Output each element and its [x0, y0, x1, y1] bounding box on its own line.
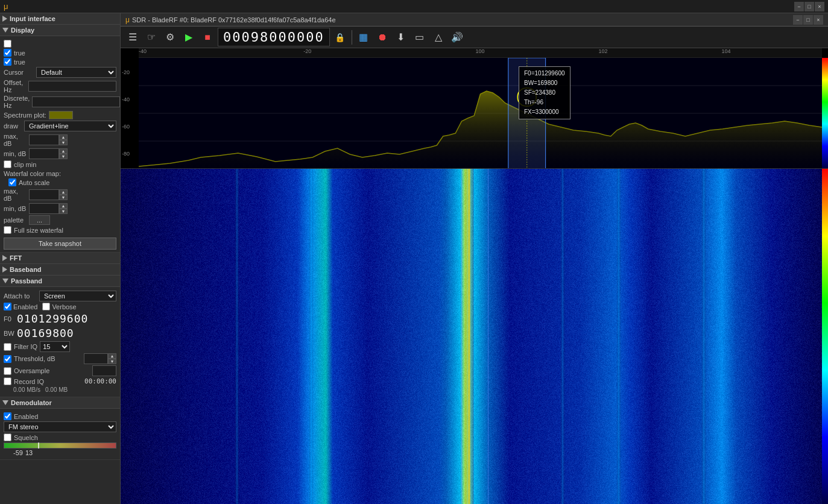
fft-section-header[interactable]: FFT — [0, 253, 120, 264]
sdr-title-bar: μ SDR - BladeRF #0: BladeRF 0x77162e38f0… — [121, 13, 828, 27]
passband-label: Passband — [11, 277, 42, 285]
squelch-unit: 13 — [25, 449, 33, 456]
display-arrow — [2, 28, 8, 33]
min-db-down[interactable]: ▼ — [59, 154, 68, 159]
filter-iq-checkbox[interactable] — [4, 343, 11, 351]
filter-iq-label: Filter IQ — [14, 343, 37, 350]
display-section-header[interactable]: Display — [0, 25, 120, 36]
passband-f0-value: 0101299600 — [17, 312, 88, 325]
baseband-label: Baseband — [10, 266, 42, 273]
rect-button[interactable]: ▭ — [411, 29, 428, 46]
input-interface-section-header[interactable]: Input interface — [0, 13, 120, 25]
show-ticks-checkbox[interactable] — [4, 58, 11, 66]
squelch-checkbox[interactable] — [4, 433, 11, 441]
threshold-input[interactable]: -96 — [84, 353, 108, 364]
passband-right-line — [488, 169, 488, 504]
sdr-icon: μ — [125, 16, 130, 24]
sdr-toolbar: ☰ ☞ ⚙ ▶ ■ 00098000000 🔒 ▦ ⏺ ⬇ ▭ △ 🔊 — [121, 27, 828, 48]
take-snapshot-button[interactable]: Take snapshot — [4, 238, 116, 250]
wf-max-db-up[interactable]: ▲ — [59, 189, 68, 195]
minimize-button[interactable]: − — [794, 2, 804, 11]
freq-label-2: -20 — [303, 48, 311, 54]
freq-label-3: 100 — [476, 48, 485, 54]
lock-button[interactable]: 🔒 — [332, 29, 349, 46]
display-label: Display — [11, 27, 34, 34]
max-db-up[interactable]: ▲ — [59, 134, 68, 140]
max-db-input[interactable]: -31 — [29, 134, 59, 145]
input-interface-arrow — [2, 16, 7, 22]
passband-verbose-checkbox[interactable] — [42, 303, 50, 310]
offset-hz-input[interactable]: 0 — [28, 81, 116, 92]
max-db-down[interactable]: ▼ — [59, 140, 68, 145]
sidebar: Input interface Display true — [0, 13, 121, 504]
cursor-select[interactable]: Default — [36, 67, 116, 78]
app-title-bar: μ − □ × — [0, 0, 828, 13]
download-button[interactable]: ⬇ — [393, 29, 409, 46]
demodulator-mode-select[interactable]: FM stereo — [4, 421, 116, 432]
hamburger-button[interactable]: ☰ — [124, 29, 141, 46]
min-db-input[interactable]: -127 — [29, 148, 59, 159]
animated-pan-zoom-checkbox[interactable] — [4, 49, 11, 57]
auto-scale-checkbox[interactable] — [8, 178, 16, 186]
sdr-panel: μ SDR - BladeRF #0: BladeRF 0x77162e38f0… — [121, 13, 828, 504]
spectrum-display[interactable]: -40 -20 100 102 104 -20 -40 -60 -80 — [121, 48, 828, 169]
wf-min-db-up[interactable]: ▲ — [59, 203, 68, 209]
wf-max-db-input[interactable]: -36 — [29, 189, 59, 200]
clip-min-checkbox[interactable] — [4, 160, 11, 168]
attach-to-label: Attach to — [4, 292, 37, 300]
demodulator-arrow — [2, 400, 8, 405]
oversample-checkbox[interactable] — [4, 367, 11, 375]
passband-verbose-label: Verbose — [52, 303, 76, 310]
record-mb2: 0.00 MB — [45, 386, 68, 393]
input-interface-label: Input interface — [10, 15, 55, 22]
stop-button[interactable]: ■ — [199, 29, 216, 46]
baseband-section-header[interactable]: Baseband — [0, 264, 120, 276]
threshold-label: Threshold, dB — [14, 355, 55, 362]
wf-min-db-input[interactable]: -122 — [29, 203, 59, 214]
record-iq-checkbox[interactable] — [4, 377, 11, 385]
full-size-waterfall-checkbox[interactable] — [4, 226, 11, 234]
demodulator-section-header[interactable]: Demodulator — [0, 397, 120, 409]
close-button[interactable]: × — [815, 2, 824, 11]
sdr-maximize-button[interactable]: □ — [803, 15, 813, 25]
sdr-close-button[interactable]: × — [814, 15, 823, 25]
palette-button[interactable]: ... — [29, 215, 50, 225]
threshold-up[interactable]: ▲ — [108, 353, 116, 359]
passband-enabled-checkbox[interactable] — [4, 303, 11, 310]
spectrum-color-swatch — [49, 111, 73, 119]
oversample-input[interactable]: 1 — [92, 365, 116, 376]
triangle-button[interactable]: △ — [430, 29, 447, 46]
settings-button[interactable]: ⚙ — [162, 29, 179, 46]
draw-select[interactable]: Gradient+line — [24, 121, 116, 131]
cursor-button[interactable]: ☞ — [143, 29, 160, 46]
discrete-hz-input[interactable]: 100 — [32, 96, 120, 107]
threshold-checkbox[interactable] — [4, 355, 11, 363]
passband-section-header[interactable]: Passband — [0, 276, 120, 287]
spectrum-icon-button[interactable]: ▦ — [355, 29, 372, 46]
demodulator-enabled-checkbox[interactable] — [4, 412, 11, 420]
verbose-checkbox[interactable] — [4, 40, 11, 48]
full-size-waterfall-label: Full size waterfal — [14, 227, 63, 234]
attach-to-select[interactable]: Screen — [39, 291, 116, 301]
color-scale-bar — [822, 58, 828, 168]
wf-max-db-down[interactable]: ▼ — [59, 195, 68, 200]
discrete-hz-label: Discrete, Hz — [4, 95, 30, 109]
play-button[interactable]: ▶ — [180, 29, 197, 46]
wf-max-db-label: max, dB — [4, 187, 27, 202]
volume-button[interactable]: 🔊 — [449, 29, 466, 46]
demodulator-section-content: Enabled FM stereo Squelch — [0, 409, 120, 460]
threshold-down[interactable]: ▼ — [108, 359, 116, 364]
frequency-display: 00098000000 — [218, 28, 330, 46]
filter-iq-select[interactable]: 15 — [40, 341, 70, 352]
min-db-up[interactable]: ▲ — [59, 148, 68, 154]
waterfall-display[interactable] — [121, 169, 828, 504]
record-button[interactable]: ⏺ — [374, 29, 391, 46]
waterfall-color-scale — [822, 169, 828, 504]
wf-min-db-down[interactable]: ▼ — [59, 209, 68, 214]
passband-bw-label: BW — [4, 330, 14, 337]
maximize-button[interactable]: □ — [804, 2, 814, 11]
sdr-minimize-button[interactable]: − — [793, 15, 803, 25]
animated-pan-zoom-label: true — [14, 49, 25, 57]
waterfall-canvas — [121, 169, 828, 504]
record-iq-label: Record IQ — [14, 378, 44, 385]
